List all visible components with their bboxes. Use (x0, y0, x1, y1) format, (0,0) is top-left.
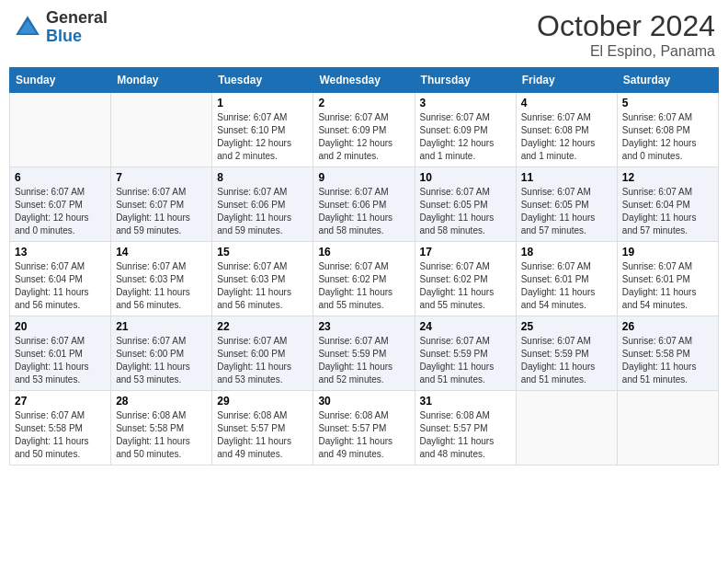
calendar-cell: 3Sunrise: 6:07 AM Sunset: 6:09 PM Daylig… (415, 93, 516, 167)
day-number: 20 (15, 320, 106, 333)
day-info: Sunrise: 6:07 AM Sunset: 6:07 PM Dayligh… (15, 186, 106, 237)
page-header: General Blue October 2024 El Espino, Pan… (9, 9, 719, 60)
day-number: 18 (521, 246, 612, 259)
calendar-table: SundayMondayTuesdayWednesdayThursdayFrid… (9, 67, 719, 465)
day-info: Sunrise: 6:07 AM Sunset: 6:10 PM Dayligh… (217, 111, 308, 163)
calendar-cell: 7Sunrise: 6:07 AM Sunset: 6:07 PM Daylig… (111, 167, 212, 242)
day-info: Sunrise: 6:07 AM Sunset: 6:00 PM Dayligh… (116, 335, 207, 386)
calendar-week-5: 27Sunrise: 6:07 AM Sunset: 5:58 PM Dayli… (10, 391, 719, 465)
calendar-cell (617, 391, 718, 465)
calendar-week-3: 13Sunrise: 6:07 AM Sunset: 6:04 PM Dayli… (10, 242, 719, 316)
day-number: 15 (217, 246, 308, 259)
calendar-cell: 21Sunrise: 6:07 AM Sunset: 6:00 PM Dayli… (111, 316, 212, 391)
day-number: 2 (318, 97, 409, 109)
logo-general-text: General (46, 9, 108, 28)
day-number: 30 (318, 395, 409, 408)
calendar-cell: 13Sunrise: 6:07 AM Sunset: 6:04 PM Dayli… (10, 242, 111, 316)
calendar-cell: 28Sunrise: 6:08 AM Sunset: 5:58 PM Dayli… (111, 391, 212, 465)
weekday-header-monday: Monday (111, 68, 212, 93)
weekday-header-tuesday: Tuesday (212, 68, 313, 93)
day-number: 23 (318, 320, 409, 333)
calendar-cell: 1Sunrise: 6:07 AM Sunset: 6:10 PM Daylig… (212, 93, 313, 167)
weekday-header-saturday: Saturday (617, 68, 718, 93)
calendar-cell: 11Sunrise: 6:07 AM Sunset: 6:05 PM Dayli… (516, 167, 617, 242)
weekday-header-wednesday: Wednesday (313, 68, 415, 93)
calendar-cell: 30Sunrise: 6:08 AM Sunset: 5:57 PM Dayli… (313, 391, 415, 465)
calendar-cell: 24Sunrise: 6:07 AM Sunset: 5:59 PM Dayli… (415, 316, 516, 391)
calendar-cell: 16Sunrise: 6:07 AM Sunset: 6:02 PM Dayli… (313, 242, 415, 316)
calendar-week-4: 20Sunrise: 6:07 AM Sunset: 6:01 PM Dayli… (10, 316, 719, 391)
calendar-cell: 12Sunrise: 6:07 AM Sunset: 6:04 PM Dayli… (617, 167, 718, 242)
calendar-cell: 9Sunrise: 6:07 AM Sunset: 6:06 PM Daylig… (313, 167, 415, 242)
day-info: Sunrise: 6:08 AM Sunset: 5:57 PM Dayligh… (420, 409, 511, 461)
day-number: 10 (420, 171, 511, 184)
title-block: October 2024 El Espino, Panama (537, 9, 715, 60)
day-number: 7 (116, 171, 207, 184)
day-number: 6 (15, 171, 106, 184)
logo: General Blue (13, 9, 108, 46)
day-number: 28 (116, 395, 207, 408)
day-number: 9 (318, 171, 409, 184)
day-info: Sunrise: 6:07 AM Sunset: 6:04 PM Dayligh… (622, 186, 713, 237)
day-number: 8 (217, 171, 308, 184)
day-info: Sunrise: 6:08 AM Sunset: 5:58 PM Dayligh… (116, 409, 207, 461)
day-info: Sunrise: 6:07 AM Sunset: 6:02 PM Dayligh… (420, 260, 511, 312)
day-number: 14 (116, 246, 207, 259)
calendar-cell: 23Sunrise: 6:07 AM Sunset: 5:59 PM Dayli… (313, 316, 415, 391)
location-text: El Espino, Panama (537, 43, 715, 60)
day-info: Sunrise: 6:07 AM Sunset: 5:58 PM Dayligh… (15, 409, 106, 461)
day-info: Sunrise: 6:07 AM Sunset: 6:05 PM Dayligh… (521, 186, 612, 237)
calendar-cell: 18Sunrise: 6:07 AM Sunset: 6:01 PM Dayli… (516, 242, 617, 316)
calendar-cell: 6Sunrise: 6:07 AM Sunset: 6:07 PM Daylig… (10, 167, 111, 242)
calendar-cell: 10Sunrise: 6:07 AM Sunset: 6:05 PM Dayli… (415, 167, 516, 242)
day-info: Sunrise: 6:07 AM Sunset: 6:01 PM Dayligh… (521, 260, 612, 312)
calendar-week-1: 1Sunrise: 6:07 AM Sunset: 6:10 PM Daylig… (10, 93, 719, 167)
day-number: 29 (217, 395, 308, 408)
day-info: Sunrise: 6:07 AM Sunset: 6:00 PM Dayligh… (217, 335, 308, 386)
day-info: Sunrise: 6:07 AM Sunset: 6:09 PM Dayligh… (318, 111, 409, 163)
day-info: Sunrise: 6:07 AM Sunset: 6:01 PM Dayligh… (15, 335, 106, 386)
day-number: 5 (622, 97, 713, 109)
calendar-cell: 20Sunrise: 6:07 AM Sunset: 6:01 PM Dayli… (10, 316, 111, 391)
calendar-week-2: 6Sunrise: 6:07 AM Sunset: 6:07 PM Daylig… (10, 167, 719, 242)
day-info: Sunrise: 6:07 AM Sunset: 6:02 PM Dayligh… (318, 260, 409, 312)
logo-blue-text: Blue (46, 28, 108, 46)
day-number: 31 (420, 395, 511, 408)
day-number: 17 (420, 246, 511, 259)
weekday-header-friday: Friday (516, 68, 617, 93)
day-info: Sunrise: 6:07 AM Sunset: 5:59 PM Dayligh… (420, 335, 511, 386)
day-info: Sunrise: 6:08 AM Sunset: 5:57 PM Dayligh… (318, 409, 409, 461)
day-number: 22 (217, 320, 308, 333)
day-info: Sunrise: 6:07 AM Sunset: 6:04 PM Dayligh… (15, 260, 106, 312)
calendar-cell: 14Sunrise: 6:07 AM Sunset: 6:03 PM Dayli… (111, 242, 212, 316)
day-number: 26 (622, 320, 713, 333)
day-info: Sunrise: 6:07 AM Sunset: 5:59 PM Dayligh… (521, 335, 612, 386)
calendar-cell (10, 93, 111, 167)
logo-text: General Blue (46, 9, 108, 46)
calendar-cell: 27Sunrise: 6:07 AM Sunset: 5:58 PM Dayli… (10, 391, 111, 465)
day-info: Sunrise: 6:07 AM Sunset: 6:05 PM Dayligh… (420, 186, 511, 237)
day-info: Sunrise: 6:07 AM Sunset: 6:07 PM Dayligh… (116, 186, 207, 237)
day-number: 25 (521, 320, 612, 333)
day-info: Sunrise: 6:07 AM Sunset: 6:01 PM Dayligh… (622, 260, 713, 312)
calendar-cell: 8Sunrise: 6:07 AM Sunset: 6:06 PM Daylig… (212, 167, 313, 242)
day-number: 27 (15, 395, 106, 408)
day-number: 11 (521, 171, 612, 184)
calendar-cell: 5Sunrise: 6:07 AM Sunset: 6:08 PM Daylig… (617, 93, 718, 167)
day-number: 19 (622, 246, 713, 259)
weekday-header-thursday: Thursday (415, 68, 516, 93)
calendar-cell: 26Sunrise: 6:07 AM Sunset: 5:58 PM Dayli… (617, 316, 718, 391)
day-info: Sunrise: 6:07 AM Sunset: 6:03 PM Dayligh… (116, 260, 207, 312)
month-title: October 2024 (537, 9, 715, 43)
day-info: Sunrise: 6:07 AM Sunset: 6:03 PM Dayligh… (217, 260, 308, 312)
day-info: Sunrise: 6:07 AM Sunset: 5:58 PM Dayligh… (622, 335, 713, 386)
day-info: Sunrise: 6:08 AM Sunset: 5:57 PM Dayligh… (217, 409, 308, 461)
day-info: Sunrise: 6:07 AM Sunset: 6:06 PM Dayligh… (217, 186, 308, 237)
day-number: 24 (420, 320, 511, 333)
day-info: Sunrise: 6:07 AM Sunset: 6:06 PM Dayligh… (318, 186, 409, 237)
day-info: Sunrise: 6:07 AM Sunset: 5:59 PM Dayligh… (318, 335, 409, 386)
day-number: 4 (521, 97, 612, 109)
day-number: 13 (15, 246, 106, 259)
calendar-cell: 4Sunrise: 6:07 AM Sunset: 6:08 PM Daylig… (516, 93, 617, 167)
weekday-header-row: SundayMondayTuesdayWednesdayThursdayFrid… (10, 68, 719, 93)
